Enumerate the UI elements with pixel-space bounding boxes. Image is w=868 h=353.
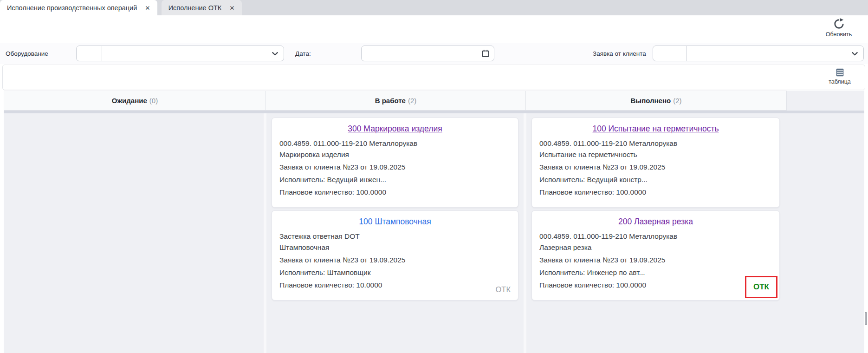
card-title: 200 Лазерная резка	[539, 217, 772, 227]
column-count: (2)	[408, 97, 416, 105]
operation-card[interactable]: 200 Лазерная резка 000.4859. 011.000-119…	[531, 210, 780, 301]
card-line: Плановое количество: 100.0000	[279, 187, 511, 198]
column-header-waiting: Ожидание (0)	[4, 91, 266, 111]
client-request-label: Заявка от клиента	[593, 43, 646, 64]
refresh-label: Обновить	[826, 31, 852, 38]
client-request-value[interactable]	[687, 46, 851, 61]
table-view-label: таблица	[829, 78, 851, 85]
client-request-code-input[interactable]	[653, 46, 687, 61]
tab-close-icon[interactable]: ✕	[145, 4, 150, 12]
filter-bar: Оборудование Дата: Заявка от клиента	[0, 43, 868, 64]
card-line: Плановое количество: 100.0000	[539, 280, 772, 291]
table-view-button[interactable]: таблица	[821, 67, 858, 85]
column-header-done: Выполнено (2)	[526, 91, 787, 111]
equipment-code-input[interactable]	[77, 46, 102, 61]
calendar-icon[interactable]	[481, 46, 494, 61]
refresh-icon	[833, 18, 845, 30]
column-body-in-progress: 300 Маркировка изделия 000.4859. 011.000…	[266, 113, 524, 353]
column-body-done: 100 Испытание на герметичность 000.4859.…	[526, 113, 785, 353]
board-header-row: Ожидание (0) В работе (2) Выполнено (2)	[4, 91, 787, 111]
column-name: В работе	[375, 97, 406, 105]
card-line: Заявка от клиента №23 от 19.09.2025	[279, 255, 511, 266]
tab-production-operations[interactable]: Исполнение производственных операций ✕	[0, 0, 157, 15]
card-line: Лазерная резка	[539, 242, 772, 253]
card-line: Маркировка изделия	[279, 149, 511, 160]
date-input[interactable]	[361, 46, 494, 61]
view-toolbar-panel: таблица	[2, 65, 865, 90]
card-line: Заявка от клиента №23 от 19.09.2025	[539, 162, 772, 173]
column-header-in-progress: В работе (2)	[266, 91, 526, 111]
column-count: (2)	[673, 97, 681, 105]
card-title: 100 Штамповочная	[279, 217, 511, 227]
tab-bar: Исполнение производственных операций ✕ И…	[0, 0, 868, 15]
operation-card[interactable]: 300 Маркировка изделия 000.4859. 011.000…	[272, 118, 518, 208]
card-line: Исполнитель: Штамповщик	[279, 267, 511, 278]
table-icon	[835, 67, 845, 78]
card-line: 000.4859. 011.000-119-210 Металлорукав	[279, 138, 511, 149]
card-title-link[interactable]: 200 Лазерная резка	[618, 217, 693, 226]
card-details: Застежка ответная DOTШтамповочнаяЗаявка …	[279, 231, 511, 291]
equipment-select[interactable]	[76, 46, 284, 61]
column-body-waiting	[4, 113, 264, 353]
card-title: 100 Испытание на герметичность	[539, 124, 772, 134]
tab-qc-execution[interactable]: Исполнение ОТК ✕	[162, 0, 242, 15]
card-details: 000.4859. 011.000-119-210 МеталлорукавМа…	[279, 138, 511, 198]
card-line: Плановое количество: 100.0000	[539, 187, 772, 198]
equipment-value[interactable]	[102, 46, 272, 61]
equipment-label: Оборудование	[6, 43, 48, 64]
tab-label: Исполнение ОТК	[168, 4, 222, 12]
qc-passed-badge[interactable]: ОТК	[745, 276, 777, 298]
column-count: (0)	[149, 97, 158, 105]
card-line: 000.4859. 011.000-119-210 Металлорукав	[539, 138, 772, 149]
column-name: Выполнено	[631, 97, 671, 105]
card-line: Штамповочная	[279, 242, 511, 253]
card-line: Исполнитель: Инженер по авт...	[539, 267, 772, 278]
card-line: Застежка ответная DOT	[279, 231, 511, 242]
card-line: Заявка от клиента №23 от 19.09.2025	[539, 255, 772, 266]
card-title-link[interactable]: 300 Маркировка изделия	[348, 124, 442, 133]
card-details: 000.4859. 011.000-119-210 МеталлорукавЛа…	[539, 231, 772, 291]
chevron-down-icon[interactable]	[851, 46, 863, 61]
refresh-button[interactable]: Обновить	[817, 18, 861, 38]
tab-label: Исполнение производственных операций	[7, 4, 137, 12]
card-title-link[interactable]: 100 Испытание на герметичность	[592, 124, 719, 133]
scrollbar-thumb[interactable]	[865, 312, 867, 325]
client-request-select[interactable]	[653, 46, 864, 61]
tab-close-icon[interactable]: ✕	[229, 4, 234, 12]
qc-badge[interactable]: ОТК	[495, 285, 511, 294]
card-line: 000.4859. 011.000-119-210 Металлорукав	[539, 231, 772, 242]
date-value[interactable]	[362, 46, 481, 61]
card-line: Исполнитель: Ведущий констр...	[539, 174, 772, 185]
operation-card[interactable]: 100 Испытание на герметичность 000.4859.…	[531, 118, 780, 208]
date-label: Дата:	[295, 43, 311, 64]
card-title-link[interactable]: 100 Штамповочная	[359, 217, 431, 226]
card-title: 300 Маркировка изделия	[279, 124, 511, 134]
card-details: 000.4859. 011.000-119-210 МеталлорукавИс…	[539, 138, 772, 198]
column-name: Ожидание	[112, 97, 147, 105]
chevron-down-icon[interactable]	[272, 46, 284, 61]
card-line: Испытание на герметичность	[539, 149, 772, 160]
kanban-board: Ожидание (0) В работе (2) Выполнено (2) …	[4, 91, 864, 353]
operation-card[interactable]: 100 Штамповочная Застежка ответная DOTШт…	[272, 210, 518, 301]
card-line: Исполнитель: Ведущий инжен...	[279, 174, 511, 185]
card-line: Заявка от клиента №23 от 19.09.2025	[279, 162, 511, 173]
card-line: Плановое количество: 10.0000	[279, 280, 511, 291]
